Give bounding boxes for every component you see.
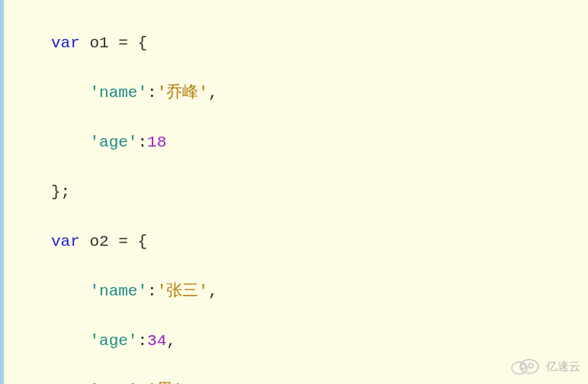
code-text: o2 = {	[89, 233, 147, 250]
object-key: 'age'	[89, 134, 137, 151]
colon: :	[137, 134, 147, 151]
number-value: 34	[147, 332, 166, 350]
object-key: 'name'	[89, 282, 147, 300]
code-line: 'name':'乔峰',	[4, 81, 588, 106]
object-key: 'name'	[89, 84, 147, 102]
colon: :	[147, 84, 157, 102]
code-line: 'name':'张三',	[4, 279, 588, 305]
object-key: 'age'	[89, 332, 137, 350]
watermark-text: 亿速云	[546, 357, 580, 375]
code-text	[80, 233, 90, 250]
keyword-var: var	[51, 34, 80, 52]
svg-point-3	[529, 363, 533, 368]
code-text: o1 = {	[89, 34, 147, 52]
code-block: var o1 = { 'name':'乔峰', 'age':18 }; var …	[0, 0, 588, 384]
close-brace: };	[51, 183, 70, 201]
code-text	[80, 34, 90, 52]
string-value: '张三'	[157, 282, 208, 300]
code-line: var o2 = {	[4, 230, 588, 255]
svg-point-2	[521, 364, 525, 369]
string-value: '乔峰'	[157, 84, 208, 102]
code-line: 'sex':'男',	[4, 379, 588, 384]
colon: :	[137, 332, 147, 350]
code-line: var o1 = {	[4, 31, 588, 56]
code-line: };	[4, 180, 588, 205]
watermark: 亿速云	[508, 357, 580, 376]
keyword-var: var	[51, 233, 80, 250]
cloud-icon	[508, 357, 541, 376]
comma: ,	[208, 282, 218, 300]
code-line: 'age':34,	[4, 329, 588, 354]
colon: :	[147, 282, 157, 300]
comma: ,	[208, 84, 218, 102]
number-value: 18	[147, 134, 166, 151]
comma: ,	[166, 332, 176, 350]
code-line: 'age':18	[4, 131, 588, 156]
